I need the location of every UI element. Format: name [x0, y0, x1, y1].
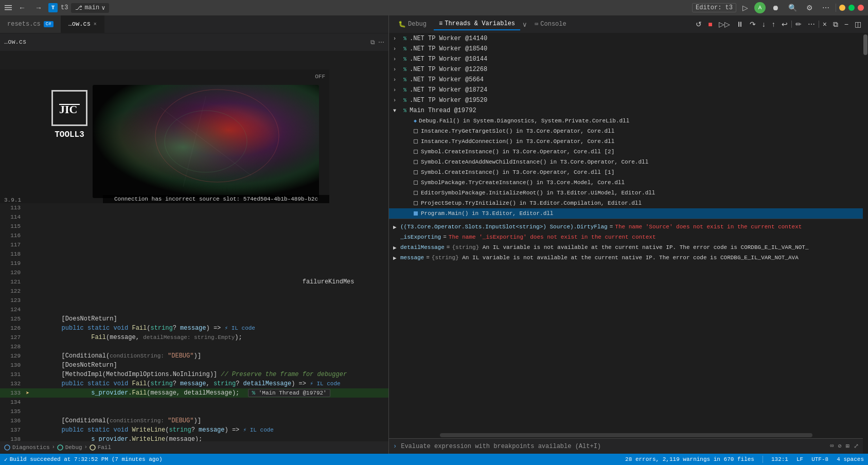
continue-button[interactable]: ▷▷ [716, 19, 733, 30]
var-value: The name 'Source' does not exist in the … [615, 224, 802, 230]
var-eq: = [443, 234, 447, 240]
tab-close-icon[interactable]: × [94, 22, 97, 27]
code-line: 130 [DoesNotReturn] [0, 361, 388, 370]
code-line: 123 [0, 296, 388, 305]
more-debug-button[interactable]: ⋯ [805, 19, 818, 30]
bc-fail[interactable]: Fail [98, 444, 111, 451]
bc-debug[interactable]: Debug [65, 444, 82, 451]
code-line: 124 [0, 305, 388, 314]
pause-button[interactable]: ⏸ [734, 19, 746, 30]
scrollbar-thumb[interactable] [440, 433, 812, 437]
var-isexporting[interactable]: _isExporting = The name '_isExporting' d… [389, 233, 863, 243]
code-line: 132 public static void Fail(string? mess… [0, 379, 388, 388]
maximize-button[interactable] [848, 5, 855, 11]
titlebar-right: Editor: t3 ▷ A ⏺ 🔍 ⚙ ⋯ [692, 2, 864, 13]
var-expand-icon: ▶ [393, 255, 400, 261]
more-button[interactable]: ⋯ [819, 3, 832, 13]
frame-createchild[interactable]: Symbol.CreateAndAddNewChildInstance() in… [389, 157, 863, 167]
frame-createinst-1[interactable]: Symbol.CreateInstance() in T3.Core.Opera… [389, 167, 863, 177]
status-position[interactable]: 132:1 [771, 456, 788, 462]
editor-overlay: JIC TOOLL3 [0, 69, 329, 203]
il-code-link-126[interactable]: ⚡ IL code [225, 325, 255, 331]
console-tab-icon: ⌨ [535, 21, 538, 28]
thread-18540[interactable]: › % .NET TP Worker @18540 [389, 44, 863, 54]
back-button[interactable]: ← [15, 3, 29, 13]
split-editor-button[interactable]: ⧉ [370, 39, 375, 46]
thread-label: Main Thread @19792 [410, 107, 476, 114]
settings-button[interactable]: ⚙ [803, 3, 816, 13]
status-encoding[interactable]: UTF-8 [811, 456, 828, 462]
thread-19520[interactable]: › % .NET TP Worker @19520 [389, 95, 863, 105]
tab-resets[interactable]: resets.cs C# [0, 15, 61, 33]
close-debug-button[interactable]: × [820, 19, 829, 30]
frame-program-main[interactable]: Program.Main() in T3.Editor, Editor.dll [389, 208, 863, 219]
frame-initroot[interactable]: EditorSymbolPackage.InitializeRoot() in … [389, 188, 863, 198]
horizontal-scrollbar[interactable] [389, 432, 863, 438]
bc-diagnostics[interactable]: Diagnostics [12, 444, 50, 451]
restart-button[interactable]: ↺ [693, 19, 704, 30]
close-button[interactable] [858, 5, 864, 11]
il-code-link-137[interactable]: ⚡ IL code [243, 427, 274, 433]
eval-prompt-icon: › [393, 443, 397, 450]
more-editor-button[interactable]: ⋯ [378, 39, 384, 46]
tabs-expand-button[interactable]: ∨ [522, 21, 527, 28]
debug-scrollbar[interactable] [863, 33, 868, 454]
record-button[interactable]: ⏺ [769, 3, 782, 13]
var-dirtyflag[interactable]: ▶ ((T3.Core.Operator.Slots.InputSlot<str… [389, 223, 863, 233]
status-spaces[interactable]: 4 spaces [837, 456, 864, 462]
code-line: 136 [Conditional(conditionString: "DEBUG… [0, 416, 388, 425]
hide-debug-button[interactable]: − [842, 19, 851, 30]
frame-dot [414, 139, 418, 144]
thread-12268[interactable]: › % .NET TP Worker @12268 [389, 64, 863, 75]
tab-threads-variables[interactable]: ≡ Threads & Variables [434, 18, 520, 30]
status-line-ending[interactable]: LF [796, 456, 803, 462]
frame-addconn[interactable]: Instance.TryAddConnection() in T3.Core.O… [389, 136, 863, 147]
forward-button[interactable]: → [32, 3, 45, 13]
minimize-button[interactable] [839, 5, 845, 11]
search-button[interactable]: 🔍 [785, 3, 800, 13]
thread-14140[interactable]: › % .NET TP Worker @14140 [389, 33, 863, 44]
il-code-link-132[interactable]: ⚡ IL code [310, 381, 340, 387]
thread-18724[interactable]: › % .NET TP Worker @18724 [389, 85, 863, 95]
var-detailmessage[interactable]: ▶ detailMessage = {string} An IL variabl… [389, 243, 863, 254]
tab-ow[interactable]: …ow.cs × [61, 15, 104, 33]
spaces-text: 4 spaces [837, 456, 864, 462]
scrollbar-thumb[interactable] [863, 34, 867, 55]
titlebar: ← → T t3 ⎇ main ∨ Editor: t3 ▷ A ⏺ 🔍 ⚙ ⋯ [0, 0, 868, 15]
frame-debug-fail[interactable]: ◆ Debug.Fail() in System.Diagnostics, Sy… [389, 116, 863, 126]
layout-debug-button[interactable]: ⧉ [830, 19, 841, 30]
frame-dot-active [414, 211, 418, 216]
branch-selector[interactable]: ⎇ main ∨ [71, 3, 109, 13]
app-icon: T [48, 3, 58, 12]
svg-rect-1 [5, 7, 12, 8]
code-line: 118 [0, 249, 388, 259]
avatar[interactable]: A [754, 2, 766, 13]
tab-expand[interactable]: ∨ [522, 21, 527, 28]
var-message[interactable]: ▶ message = {string} An IL variable is n… [389, 254, 863, 264]
frame-createinst-2[interactable]: Symbol.CreateInstance() in T3.Core.Opera… [389, 147, 863, 157]
tab-console[interactable]: ⌨ Console [529, 19, 572, 30]
run-button[interactable]: ▷ [739, 3, 751, 13]
split-debug-button[interactable]: ◫ [852, 19, 864, 30]
step-out-button[interactable]: ↑ [769, 19, 778, 30]
thread-main-19792[interactable]: ▼ % Main Thread @19792 [389, 105, 863, 116]
edit-debug-button[interactable]: ✏ [793, 19, 804, 30]
menu-icon[interactable] [4, 4, 12, 12]
tab-debug[interactable]: 🐛 Debug [393, 19, 432, 30]
stop-button[interactable]: ■ [705, 19, 715, 30]
rewind-button[interactable]: ↩ [779, 19, 790, 30]
frame-trycreate[interactable]: SymbolPackage.TryCreateInstance() in T3.… [389, 177, 863, 188]
step-into-button[interactable]: ↓ [759, 19, 768, 30]
frame-dot [414, 191, 418, 195]
frame-gettarget[interactable]: Instance.TryGetTargetSlot() in T3.Core.O… [389, 126, 863, 136]
thread-5664[interactable]: › % .NET TP Worker @5664 [389, 75, 863, 85]
step-over-button[interactable]: ↷ [747, 19, 758, 30]
diagnostics-icon [4, 444, 10, 451]
tp-icon: % [401, 35, 409, 42]
tp-icon: % [401, 86, 409, 94]
overlay-art [93, 85, 319, 198]
var-name: message [400, 255, 424, 261]
thread-10144[interactable]: › % .NET TP Worker @10144 [389, 54, 863, 64]
frame-tryinit[interactable]: ProjectSetup.TryInitialize() in T3.Edito… [389, 198, 863, 208]
status-errors-warnings[interactable]: 28 errors, 2,119 warnings in 670 files [625, 456, 754, 462]
